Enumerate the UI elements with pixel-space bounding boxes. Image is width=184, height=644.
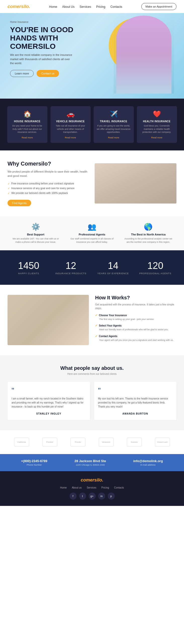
travel-read-more[interactable]: Read more — [97, 136, 131, 139]
house-insurance-card: 🏠 HOUSE INSURANCE Do you need your home … — [7, 106, 47, 143]
step3-check: ✓ — [95, 335, 97, 338]
brand-2: Fresher — [42, 438, 57, 447]
best-title: The Best in North America — [123, 233, 174, 236]
step3-desc: Your agent will call you once you put a … — [95, 339, 176, 342]
agents-desc: Our staff combined experts in all classe… — [66, 237, 117, 244]
features-row: ⚙️ Best Support We are available 24/7. Y… — [0, 216, 184, 250]
testimonials-section: What people say about us. Here are comme… — [0, 355, 184, 430]
check-icon-2: ✓ — [8, 187, 10, 190]
step3-title: ✓ Contact Agents — [95, 335, 176, 338]
vehicle-read-more[interactable]: Read more — [53, 136, 88, 139]
nav-about[interactable]: About Us — [62, 5, 75, 9]
testimonial-1-text: I am a small farmer, with my ranch locat… — [12, 397, 86, 409]
footer: comersilo. Home About us Services Pricin… — [0, 471, 184, 506]
testimonial-2: " My son lost his left arm. Thanks to th… — [94, 382, 177, 420]
find-agents-button[interactable]: Find Agents — [8, 200, 31, 206]
step1-desc: The first step is setting up your goal -… — [95, 318, 176, 321]
footer-link-contacts[interactable]: Contacts — [114, 486, 124, 489]
hero-section: Home Insurance YOU'RE IN GOOD HANDS WITH… — [0, 13, 184, 99]
footer-links: Home About us Services Pricing Contacts — [8, 486, 176, 489]
why-desc: We protect people of different lifestyle… — [8, 170, 90, 178]
house-icon: 🏠 — [10, 110, 44, 118]
contact-phone: +(800)-2345-6789 Phone Number — [21, 459, 47, 466]
house-read-more[interactable]: Read more — [10, 136, 44, 139]
twitter-icon[interactable]: t — [79, 493, 86, 500]
brand-1: California — [14, 438, 29, 447]
pinterest-icon[interactable]: p — [108, 493, 115, 500]
house-desc: Do you need your home to be truly safe? … — [10, 124, 44, 134]
agents-title: Professional Agents — [66, 233, 117, 236]
experience-label: YEARS OF EXPERIENCE — [92, 272, 134, 275]
nav-home[interactable]: Home — [49, 5, 57, 9]
products-number: 12 — [50, 260, 92, 271]
best-desc: According to the professional analytic c… — [123, 237, 174, 244]
step2-title: ✓ Select Your Agents — [95, 324, 176, 327]
footer-link-services[interactable]: Services — [87, 486, 96, 489]
logo: comersilo. — [8, 4, 30, 9]
stat-agents: 120 PROFESSIONAL AGENTS — [134, 260, 176, 275]
hero-subtitle: We are the most reliable company in the … — [10, 53, 73, 65]
nav-services[interactable]: Services — [80, 5, 91, 9]
brand-4: Vanarace — [99, 438, 114, 447]
linkedin-icon[interactable]: in — [98, 493, 105, 500]
why-point-2: ✓Insurance services of any goal and care… — [8, 186, 90, 191]
vehicle-title: VEHICLE INSURANCE — [53, 120, 88, 123]
family-photo — [116, 16, 171, 94]
experience-number: 14 — [92, 260, 134, 271]
agents-number: 120 — [134, 260, 176, 271]
facebook-icon[interactable]: f — [70, 493, 77, 500]
health-icon: ❤️ — [140, 110, 174, 118]
brand-6: Grand Lush — [155, 438, 170, 447]
contact-address: 28 Jackson Blvd Ste 1220 Chicago IL 6060… — [75, 459, 106, 466]
house-title: HOUSE INSURANCE — [10, 120, 44, 123]
hero-family-image — [114, 13, 174, 94]
why-text: Why Comersilo? We protect people of diff… — [8, 160, 90, 206]
stats-section: 1450 HAPPY CLIENTS 12 INSURANCE PRODUCTS… — [0, 250, 184, 285]
nav-pricing[interactable]: Pricing — [96, 5, 105, 9]
how-title: How It Works? — [95, 295, 176, 301]
agents-icon: 👥 — [66, 223, 117, 231]
health-desc: God bless you. Comersilo maintains a rel… — [140, 124, 174, 134]
feature-support: ⚙️ Best Support We are available 24/7. Y… — [8, 223, 64, 244]
contact-us-button[interactable]: Contact us — [37, 70, 59, 77]
vehicle-icon: 🚗 — [53, 110, 88, 118]
brand-5: Dunces — [127, 438, 142, 447]
footer-link-home[interactable]: Home — [60, 486, 67, 489]
appointment-button[interactable]: Make an Appointment — [141, 3, 176, 10]
how-desc: Get acquainted with the process of insur… — [95, 303, 176, 310]
clients-label: HAPPY CLIENTS — [8, 272, 50, 275]
testimonial-1-name: STANLEY INGLEY — [12, 412, 86, 415]
email-label: E-mail address — [133, 464, 163, 466]
address-main: 28 Jackson Blvd Ste — [75, 459, 106, 463]
nav-links: Home About Us Services Pricing Contacts — [49, 4, 122, 9]
learn-more-button[interactable]: Learn more — [10, 70, 34, 77]
testimonials-title: What people say about us. — [8, 365, 176, 371]
testimonials-subtitle: Here are comments from our beloved clien… — [8, 373, 176, 375]
best-icon: 🌎 — [123, 223, 174, 231]
how-step-3: ✓ Contact Agents Your agent will call yo… — [95, 335, 176, 342]
support-title: Best Support — [10, 233, 61, 236]
how-text: How It Works? Get acquainted with the pr… — [95, 295, 176, 345]
google-plus-icon[interactable]: g+ — [89, 493, 96, 500]
how-step-2: ✓ Select Your Agents Meet our friendly t… — [95, 324, 176, 332]
why-section: Why Comersilo? We protect people of diff… — [0, 150, 184, 216]
footer-social: f t g+ in p — [8, 493, 176, 500]
nav-contacts[interactable]: Contacts — [110, 5, 122, 9]
footer-link-pricing[interactable]: Pricing — [101, 486, 109, 489]
footer-link-about[interactable]: About us — [72, 486, 82, 489]
why-point-1: ✓Free insurance consulting before your c… — [8, 181, 90, 186]
travel-insurance-card: ✈️ TRAVEL INSURANCE If you are going to … — [94, 106, 134, 143]
footer-logo: comersilo. — [8, 477, 176, 483]
testimonials-cards: " I am a small farmer, with my ranch loc… — [8, 382, 176, 420]
feature-agents: 👥 Professional Agents Our staff combined… — [64, 223, 120, 244]
contact-bar: +(800)-2345-6789 Phone Number 28 Jackson… — [0, 454, 184, 471]
testimonial-2-name: AMANDA BURTON — [98, 412, 173, 415]
health-read-more[interactable]: Read more — [140, 136, 174, 139]
step2-desc: Meet our friendly team of professionals … — [95, 328, 176, 332]
stat-clients: 1450 HAPPY CLIENTS — [8, 260, 50, 275]
why-office-image — [95, 163, 177, 204]
stat-products: 12 INSURANCE PRODUCTS — [50, 260, 92, 275]
health-insurance-card: ❤️ HEALTH INSURANCE God bless you. Comer… — [137, 106, 177, 143]
step1-check: ✓ — [95, 314, 97, 317]
brands-section: California Fresher Pronto Vanarace Dunce… — [0, 430, 184, 454]
